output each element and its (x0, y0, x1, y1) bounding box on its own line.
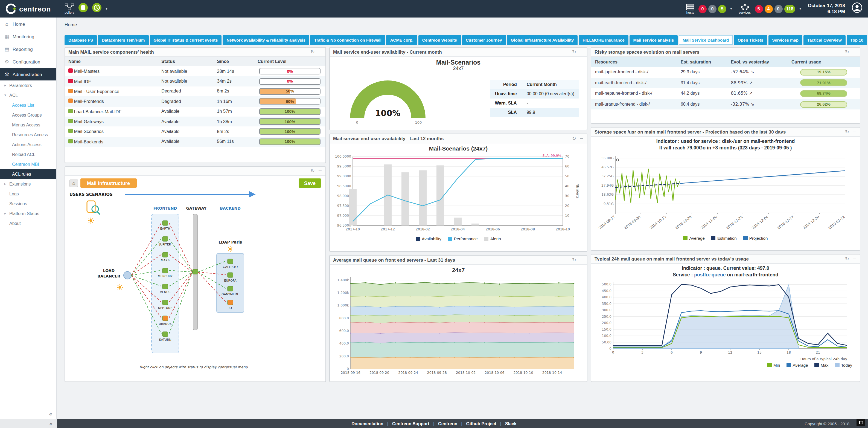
tab-hillmore-insurance[interactable]: HILLMORE Insurance (579, 35, 628, 45)
sidebar-subitem-sessions[interactable]: Sessions (0, 199, 56, 208)
tab-datacenters-tem-hum[interactable]: Datacenters Tem/Hum (98, 35, 149, 45)
hosts-chevron-icon[interactable]: ▾ (730, 6, 732, 11)
sidebar-subitem-menus-access[interactable]: Menus Access (0, 120, 56, 130)
refresh-icon[interactable]: ↻ (845, 256, 849, 261)
footer-link-centreon[interactable]: Centreon (438, 421, 457, 426)
minimize-icon[interactable]: − (580, 136, 584, 141)
logo-text: centreon (19, 5, 51, 13)
tab-trafic-nb-connection-on-firewall[interactable]: Trafic & Nb connection on Firewall (310, 35, 385, 45)
services-chevron-icon[interactable]: ▾ (799, 6, 801, 11)
sidebar-collapse-button[interactable]: « (49, 410, 53, 418)
tab-customer-journey[interactable]: Customer Journey (462, 35, 506, 45)
sidebar-subitem-logs[interactable]: Logs (0, 189, 56, 199)
sidebar-item-configuration[interactable]: ⚙Configuration (0, 55, 56, 68)
minimize-icon[interactable]: − (580, 258, 584, 262)
column-header: Current Level (254, 57, 326, 66)
sidebar-subitem-resources-access[interactable]: Resources Access (0, 130, 56, 140)
refresh-icon[interactable]: ↻ (845, 50, 849, 54)
sidebar-item-reporting[interactable]: ▤Reporting (0, 43, 56, 55)
infrastructure-diagram[interactable]: USERS SCENARIOSFRONTENDGATEWAYBACKENDLOA… (65, 189, 322, 373)
minimize-icon[interactable]: − (318, 169, 322, 173)
mail-queue-chart[interactable]: 0200.0400.0600.0800.01.000k1.200k1.400k2… (330, 274, 579, 379)
service-link[interactable]: postfix-queue (694, 272, 725, 278)
svg-text:300.0: 300.0 (602, 308, 612, 312)
pollers-chevron-icon[interactable]: ▾ (105, 6, 107, 11)
sidebar-subitem-access-list[interactable]: Access List (0, 100, 56, 110)
refresh-icon[interactable]: ↻ (311, 169, 315, 173)
tab-tactical-overview[interactable]: Tactical Overview (803, 35, 845, 45)
sidebar-subitem-reload-acl[interactable]: Reload ACL (0, 149, 56, 159)
tab-global-infrastructure-availability[interactable]: Global Infrastructure Availability (507, 35, 578, 45)
footer-link-github-project[interactable]: Github Project (466, 421, 496, 426)
footer-link-documentation[interactable]: Documentation (351, 421, 383, 426)
typical-24h-chart[interactable]: 050.00100.0150.0200.0250.0300.0350.0400.… (591, 279, 853, 362)
sidebar-subitem-about[interactable]: About (0, 218, 56, 228)
map-name-button[interactable]: Mail Infrastructure (81, 178, 136, 188)
legend-swatch (416, 237, 420, 241)
minimize-icon[interactable]: − (580, 50, 584, 54)
minimize-icon[interactable]: − (852, 256, 857, 261)
sidebar-subitem-parameters[interactable]: ▸Parameters (0, 81, 56, 90)
tab-mail-service-dashboard[interactable]: Mail Service Dashboard (679, 35, 733, 45)
tab-centreon-website[interactable]: Centreon Website (418, 35, 461, 45)
gauge-subtitle: 24x7 (330, 66, 587, 71)
refresh-icon[interactable]: ↻ (845, 130, 849, 134)
refresh-icon[interactable]: ↻ (572, 258, 576, 262)
sidebar-subitem-extensions[interactable]: ▸Extensions (0, 179, 56, 189)
latency-status-icon[interactable] (92, 3, 102, 15)
tab-network-availability-reliability-analysis[interactable]: Network availability & reliability analy… (223, 35, 309, 45)
svg-text:2018-11-08: 2018-11-08 (700, 215, 718, 230)
fullscreen-toggle-button[interactable] (857, 419, 865, 426)
footer-collapse-strip[interactable]: « (0, 419, 57, 428)
tab-services-map[interactable]: Services map (768, 35, 802, 45)
refresh-icon[interactable]: ↻ (572, 50, 576, 54)
tab-acme-corp[interactable]: ACME corp. (386, 35, 417, 45)
refresh-icon[interactable]: ↻ (572, 136, 576, 141)
legend-swatch (711, 236, 716, 240)
sidebar-subitem-actions-access[interactable]: Actions Access (0, 140, 56, 149)
sidebar-item-administration[interactable]: ⚒Administration (0, 68, 56, 81)
svg-text:9: 9 (700, 350, 702, 354)
sidebar-subitem-acl[interactable]: ▾ACL (0, 90, 56, 100)
user-avatar[interactable] (851, 2, 863, 15)
availability-chart[interactable]: 96.500097.000097.500098.000098.500099.00… (330, 152, 579, 235)
pollers-menu[interactable]: pollers (65, 3, 74, 14)
tab-database-fs[interactable]: Database FS (65, 35, 97, 45)
database-status-icon[interactable] (78, 3, 88, 15)
sidebar-item-label: Monitoring (12, 34, 34, 39)
sidebar-subitem-acl-rules[interactable]: ACL rules (0, 169, 56, 179)
centreon-logo[interactable]: centreon (5, 3, 58, 14)
sidebar-subitem-platform-status[interactable]: ▸Platform Status (0, 208, 56, 218)
tab-top-10[interactable]: Top 10 (847, 35, 867, 45)
sidebar-item-monitoring[interactable]: ▦Monitoring (0, 30, 56, 43)
sidebar-subitem-access-groups[interactable]: Access Groups (0, 110, 56, 120)
hosts-badge-1[interactable]: 0 (708, 5, 716, 13)
table-row: Mail-MastersNot available28m 14s0% (65, 66, 326, 76)
breadcrumb[interactable]: Home (57, 18, 868, 30)
svg-text:100: 100 (415, 120, 422, 124)
services-menu[interactable]: services (739, 4, 751, 14)
tab-open-tickets[interactable]: Open Tickets (734, 35, 767, 45)
minimize-icon[interactable]: − (852, 50, 857, 54)
footer-link-slack[interactable]: Slack (505, 421, 517, 426)
hosts-badge-0[interactable]: 0 (699, 5, 707, 13)
services-badge-2[interactable]: 0 (774, 5, 782, 13)
tab-global-it-status-current-events[interactable]: Global IT status & current events (150, 35, 221, 45)
storage-projection-chart[interactable]: 9.31G18.63G27.94G37.25G46.57G55.88G2018-… (591, 152, 853, 235)
refresh-icon[interactable]: ↻ (311, 50, 315, 54)
svg-text:GATEWAY: GATEWAY (186, 206, 207, 210)
services-badge-0[interactable]: 5 (754, 5, 763, 13)
sidebar-subitem-centreon-mbi[interactable]: Centreon MBI (0, 159, 56, 169)
sidebar-item-home[interactable]: ⌂Home (0, 18, 56, 30)
map-home-icon[interactable]: ⌂ (69, 179, 78, 187)
services-badge-3[interactable]: 118 (784, 5, 796, 13)
hosts-menu[interactable]: hosts (686, 4, 694, 14)
footer-link-centreon-support[interactable]: Centreon Support (392, 421, 429, 426)
legend-item-estimation: Estimation (711, 236, 737, 241)
tab-mail-service-analysis[interactable]: Mail service analysis (629, 35, 678, 45)
minimize-icon[interactable]: − (318, 50, 322, 54)
hosts-badge-2[interactable]: 5 (718, 5, 726, 13)
services-badge-1[interactable]: 4 (764, 5, 773, 13)
save-button[interactable]: Save (299, 178, 321, 188)
minimize-icon[interactable]: − (852, 130, 857, 134)
